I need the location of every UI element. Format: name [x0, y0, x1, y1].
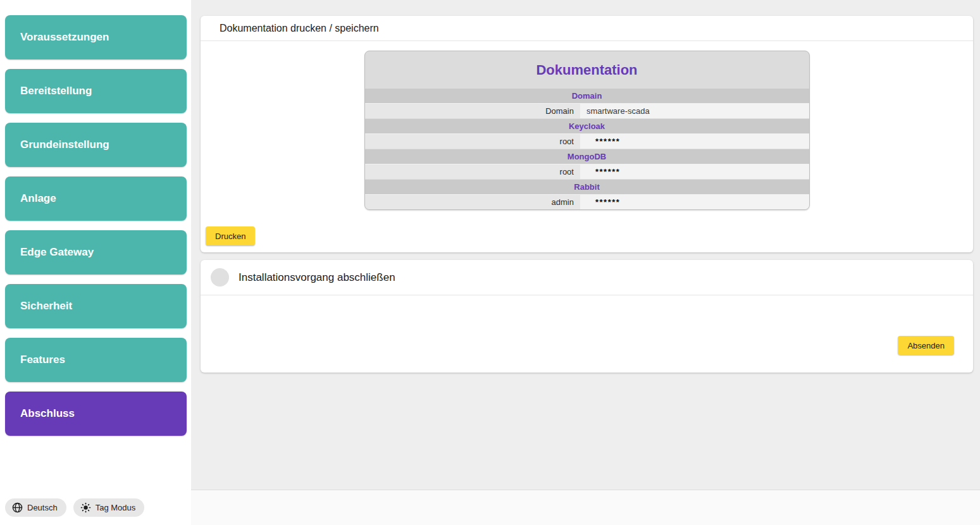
main-content: Dokumentation drucken / speichern Dokume…: [191, 0, 980, 490]
sun-icon: [80, 502, 91, 513]
row-label: root: [365, 164, 580, 179]
documentation-table-title: Dokumentation: [365, 51, 809, 88]
row-value: smartware-scada: [580, 104, 809, 118]
sidebar-item-grundeinstellung[interactable]: Grundeinstellung: [5, 123, 187, 167]
row-label: admin: [365, 195, 580, 209]
sidebar-item-edge-gateway[interactable]: Edge Gateway: [5, 230, 187, 275]
row-label: root: [365, 134, 580, 149]
footer-strip: [191, 490, 980, 525]
theme-toggle-label: Tag Modus: [96, 503, 136, 512]
submit-button[interactable]: Absenden: [898, 336, 954, 355]
sidebar-item-features[interactable]: Features: [5, 338, 187, 382]
row-value-masked: ******: [580, 134, 809, 149]
print-button[interactable]: Drucken: [206, 226, 255, 245]
sidebar-item-abschluss[interactable]: Abschluss: [5, 392, 187, 436]
finish-card-title: Installationsvorgang abschließen: [239, 271, 395, 284]
finish-card-body: Absenden: [201, 295, 973, 373]
sidebar-footer: Deutsch Tag Modus: [5, 498, 144, 517]
table-row: admin ******: [365, 194, 809, 209]
finish-card: Installationsvorgang abschließen Absende…: [201, 260, 973, 373]
finish-card-header: Installationsvorgang abschließen: [201, 260, 973, 295]
sidebar-item-anlage[interactable]: Anlage: [5, 176, 187, 221]
language-button[interactable]: Deutsch: [5, 498, 66, 517]
print-button-row: Drucken: [201, 210, 973, 252]
documentation-table: Dokumentation Domain Domain smartware-sc…: [364, 51, 810, 210]
section-header-domain: Domain: [365, 88, 809, 103]
table-row: Domain smartware-scada: [365, 103, 809, 118]
sidebar-item-bereitstellung[interactable]: Bereitstellung: [5, 69, 187, 113]
table-row: root ******: [365, 133, 809, 149]
row-label: Domain: [365, 104, 580, 118]
row-value-masked: ******: [580, 164, 809, 179]
globe-icon: [12, 502, 23, 513]
table-row: root ******: [365, 164, 809, 179]
language-button-label: Deutsch: [27, 503, 58, 512]
theme-toggle-button[interactable]: Tag Modus: [73, 498, 145, 517]
documentation-card-body: Dokumentation Domain Domain smartware-sc…: [201, 41, 973, 252]
main-area: Dokumentation drucken / speichern Dokume…: [191, 0, 980, 525]
section-header-rabbit: Rabbit: [365, 179, 809, 194]
sidebar-item-sicherheit[interactable]: Sicherheit: [5, 284, 187, 328]
sidebar: Voraussetzungen Bereitstellung Grundeins…: [0, 0, 191, 525]
step-circle-icon: [211, 268, 229, 287]
documentation-card-title: Dokumentation drucken / speichern: [201, 16, 973, 41]
section-header-mongodb: MongoDB: [365, 149, 809, 164]
sidebar-item-voraussetzungen[interactable]: Voraussetzungen: [5, 15, 187, 59]
row-value-masked: ******: [580, 195, 809, 209]
section-header-keycloak: Keycloak: [365, 118, 809, 133]
documentation-card: Dokumentation drucken / speichern Dokume…: [201, 16, 973, 252]
